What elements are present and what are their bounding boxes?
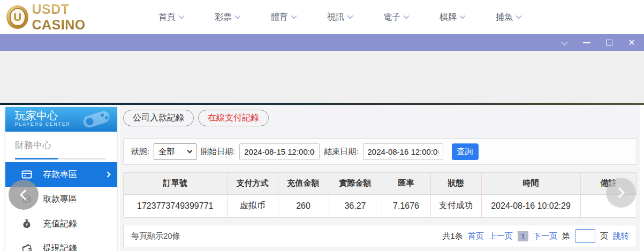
chevron-down-icon [178,13,184,19]
player-center-sidebar: 玩家中心 PLAYERS CENTER 財務中心 存款專區 [5,107,117,251]
nav-item-label: 電子 [383,12,400,23]
total-count-text: 共1条 [442,231,463,241]
casino-ball-icon: U [6,5,28,29]
svg-text:¥: ¥ [26,223,28,226]
chevron-down-icon [291,13,297,19]
nav-item-label: 捕魚 [496,12,513,23]
sidebar-item-withdrawal-records[interactable]: 提現記錄 [5,236,117,251]
brand-name: USDT CASINO [32,2,122,33]
nav-item-lottery[interactable]: 彩票 [199,12,255,23]
nav-item-label: 首頁 [158,12,176,23]
close-icon: ✕ [628,39,635,47]
empty-band [0,51,644,103]
sidebar-item-recharge-records[interactable]: ¥ 充值記錄 [5,211,117,236]
brand-logo[interactable]: U USDT CASINO [6,2,122,33]
col-status: 狀態 [430,173,481,194]
prev-page-link[interactable]: 上一页 [489,231,513,241]
maximize-icon [606,40,612,45]
minimize-button[interactable] [581,37,593,49]
chevron-down-icon [234,13,240,19]
tab-company-deposit-records[interactable]: 公司入款記錄 [123,110,194,126]
status-label: 狀態: [131,147,149,157]
cell-exchange-rate: 7.1676 [382,194,430,217]
jump-label-post: 页 [600,231,608,241]
cell-time: 2024-08-16 10:02:29 [481,194,580,217]
col-time: 時間 [481,173,580,194]
sidebar-header: 玩家中心 PLAYERS CENTER [5,107,117,132]
per-page-text: 每頁顯示20條 [131,231,180,241]
top-nav: U USDT CASINO 首頁 彩票 體育 視訊 電子 棋牌 捕魚 [0,0,644,34]
jump-button[interactable]: 跳转 [613,231,629,241]
end-date-label: 結束日期: [324,147,358,157]
cell-status: 支付成功 [430,194,481,217]
sidebar-item-label: 取款專區 [43,194,77,205]
status-select[interactable]: 全部 [154,143,196,160]
col-exchange-rate: 匯率 [382,173,430,194]
cell-payment-method: 虚拟币 [227,194,278,217]
finance-section: 財務中心 [5,132,117,159]
records-table: 訂單號 支付方式 充值金額 實際金額 匯率 狀態 時間 備註 172377374… [123,172,637,218]
close-button[interactable]: ✕ [626,37,638,49]
carousel-prev-button[interactable] [9,180,39,210]
col-actual-amount: 實際金額 [329,173,382,194]
wallet-icon [21,243,32,251]
nav-item-sports[interactable]: 體育 [255,12,312,23]
chevron-left-icon [20,189,31,200]
nav-menu: 首頁 彩票 體育 視訊 電子 棋牌 捕魚 [143,12,536,23]
search-button[interactable]: 查詢 [452,143,479,160]
nav-item-slots[interactable]: 電子 [368,12,424,23]
col-payment-method: 支付方式 [227,173,278,194]
chevron-down-icon [516,13,521,19]
first-page-link[interactable]: 首页 [468,231,484,241]
nav-item-cards[interactable]: 棋牌 [424,12,480,23]
chevron-down-icon [459,13,465,19]
nav-item-live[interactable]: 視訊 [312,12,368,23]
gamepad-icon [80,109,113,130]
nav-item-label: 棋牌 [440,12,457,23]
finance-section-title: 財務中心 [15,139,117,151]
sidebar-item-label: 充值記錄 [43,218,77,230]
filter-bar: 狀態: 全部 開始日期: 結束日期: 查詢 [123,138,637,165]
col-order-number: 訂單號 [124,173,227,194]
cell-order-number: 1723773749399771 [124,194,227,217]
deposit-card-icon [21,169,32,180]
nav-item-label: 彩票 [215,12,232,23]
start-date-input[interactable] [239,143,320,160]
money-bag-icon: ¥ [21,218,32,229]
collapse-button[interactable] [558,37,570,49]
status-select-value: 全部 [158,147,175,157]
cell-actual-amount: 36.27 [329,194,382,217]
nav-item-fishing[interactable]: 捕魚 [480,12,536,23]
main-area: 玩家中心 PLAYERS CENTER 財務中心 存款專區 [0,105,644,251]
nav-item-label: 體育 [271,12,288,23]
end-date-input[interactable] [363,143,443,160]
start-date-label: 開始日期: [201,147,235,157]
carousel-next-button[interactable] [606,178,636,208]
pager: 共1条 首页 上一页 1 下一页 第 页 跳转 [442,229,629,243]
window-titlebar: ✕ [0,34,644,51]
tab-online-payment-records[interactable]: 在線支付記錄 [198,110,269,126]
cell-recharge-amount: 260 [278,194,329,217]
pagination-bar: 每頁顯示20條 共1条 首页 上一页 1 下一页 第 页 跳转 [123,225,637,247]
minimize-icon [583,42,590,43]
maximize-button[interactable] [603,37,615,49]
page-number-input[interactable] [575,229,595,243]
current-page-badge: 1 [518,231,528,241]
chevron-down-icon [347,13,353,19]
chevron-right-icon [614,187,625,198]
records-panel: 公司入款記錄 在線支付記錄 狀態: 全部 開始日期: 結束日期: 查詢 [120,105,640,251]
next-page-link[interactable]: 下一页 [533,231,557,241]
logo-letter: U [10,8,26,26]
chevron-down-icon [403,13,409,19]
chevron-right-icon [104,171,110,177]
sidebar-item-label: 存款專區 [43,169,77,180]
table-row: 1723773749399771 虚拟币 260 36.27 7.1676 支付… [124,194,637,217]
section-underline [15,158,106,159]
col-recharge-amount: 充值金額 [278,173,329,194]
jump-label-pre: 第 [562,231,570,241]
nav-item-home[interactable]: 首頁 [143,12,199,23]
sidebar-item-label: 提現記錄 [43,243,77,251]
chevron-down-icon [561,39,568,45]
record-tabs: 公司入款記錄 在線支付記錄 [123,110,269,126]
table-header-row: 訂單號 支付方式 充值金額 實際金額 匯率 狀態 時間 備註 [124,173,637,194]
